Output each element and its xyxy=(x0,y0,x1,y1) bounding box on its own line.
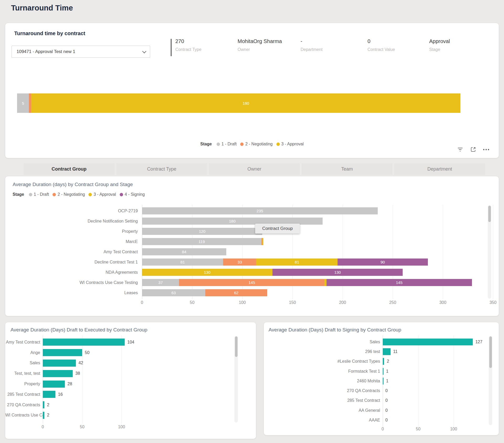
bar-segment-1-draft[interactable]: 119 xyxy=(142,238,261,245)
bar-value-label: 1 xyxy=(386,369,388,374)
stat-label: Department xyxy=(301,47,323,52)
axis-tick-label: 50 xyxy=(190,300,195,305)
bar-track[interactable]: 6362 xyxy=(142,289,267,296)
bar-segment-4-signing[interactable]: 90 xyxy=(338,259,428,266)
bar-value-label: 90 xyxy=(380,260,385,264)
focus-mode-icon[interactable] xyxy=(470,146,476,152)
bar-value-label: 63 xyxy=(171,291,176,295)
bar-segment-1-draft[interactable]: 120 xyxy=(142,228,262,235)
bar-segment-1-draft[interactable]: 63 xyxy=(142,289,205,296)
more-options-icon[interactable] xyxy=(483,149,489,150)
chart-row-property: Property28 xyxy=(5,379,256,389)
page-title: Turnaround Time xyxy=(11,4,73,12)
tab-team[interactable]: Team xyxy=(302,163,392,175)
bar-segment-3-approval[interactable]: 81 xyxy=(256,259,337,266)
bar-segment-2-negotiating[interactable]: 145 xyxy=(179,279,324,286)
bar-value-label: 145 xyxy=(249,280,255,285)
bar-track[interactable]: 119 xyxy=(142,238,263,245)
category-label: Property xyxy=(5,229,142,234)
bar-track[interactable]: 81338190 xyxy=(142,259,428,266)
bar-value-label: 81 xyxy=(295,260,299,264)
bar-segment-3-approval[interactable] xyxy=(262,238,263,245)
bar[interactable] xyxy=(43,360,76,367)
category-label: WI Contracts Use Case Testing xyxy=(5,280,142,285)
bar-track[interactable]: 120 xyxy=(142,228,262,235)
bar-segment-2-negotiating[interactable]: 62 xyxy=(205,289,267,296)
contract-select-dropdown[interactable]: 109471 - Approval Test new 1 xyxy=(12,46,150,58)
bar-segment-3-approval[interactable] xyxy=(324,279,327,286)
bar-segment-2-negotiating[interactable] xyxy=(29,93,31,113)
bar[interactable] xyxy=(383,358,384,365)
chart-row-amy-test-contract: Amy Test Contract104 xyxy=(5,337,256,347)
category-label: Leases xyxy=(5,291,142,295)
legend-label: 1 - Draft xyxy=(222,142,237,146)
scrollbar-thumb[interactable] xyxy=(489,336,492,368)
contract-stacked-bar[interactable]: 5180 xyxy=(17,93,461,113)
chart-row-leases: Leases6362 xyxy=(5,288,499,298)
bar-segment-4-signing[interactable]: 145 xyxy=(327,279,472,286)
bar-value-label: 104 xyxy=(127,340,134,345)
bar[interactable] xyxy=(43,381,65,388)
bar-value-label: 50 xyxy=(85,350,90,355)
bar-value-label: 84 xyxy=(182,250,186,254)
tab-owner[interactable]: Owner xyxy=(209,163,300,175)
chart-row-2460-mohita: 2460 Mohita1 xyxy=(264,376,499,386)
legend-label: 2 - Negotiating xyxy=(57,192,85,197)
turnaround-dashboard: Turnaround Time Turnaround time by contr… xyxy=(0,0,504,443)
stage-legend-mid: Stage 1 - Draft2 - Negotiating3 - Approv… xyxy=(13,192,145,197)
axis-tick-label: 100 xyxy=(118,425,125,429)
bar-segment-1-draft[interactable]: 37 xyxy=(142,279,179,286)
bar-track[interactable]: 235 xyxy=(142,207,378,214)
stat-value: 0 xyxy=(368,38,395,44)
bar[interactable] xyxy=(383,368,384,375)
bar[interactable] xyxy=(383,339,473,345)
bar-segment-1-draft[interactable]: 84 xyxy=(142,248,226,255)
bar-segment-1-draft[interactable]: 81 xyxy=(142,259,223,266)
axis-tick-label: 150 xyxy=(289,300,296,305)
category-label: AA General xyxy=(264,408,383,413)
chart-row-amy-test-contract: Amy Test Contract84 xyxy=(5,247,499,257)
bar[interactable] xyxy=(43,370,73,377)
tab-contract-type[interactable]: Contract Type xyxy=(116,163,207,175)
legend-item-1-draft[interactable]: 1 - Draft xyxy=(29,192,49,197)
category-label: Ange xyxy=(5,350,43,355)
legend-item-2-negotiating[interactable]: 2 - Negotiating xyxy=(52,192,85,197)
bar-segment-3-approval[interactable]: 180 xyxy=(31,93,460,113)
legend-label: 3 - Approval xyxy=(281,142,304,146)
tab-contract-group[interactable]: Contract Group xyxy=(24,163,114,175)
bar-segment-4-signing[interactable]: 130 xyxy=(272,269,403,276)
chart-row-decline-contract-test-1: Decline Contract Test 181338190 xyxy=(5,257,499,267)
legend-item-2-negotiating[interactable]: 2 - Negotiating xyxy=(240,142,272,146)
bar[interactable] xyxy=(43,391,55,398)
legend-item-4-signing[interactable]: 4 - Signing xyxy=(120,192,145,197)
bar-segment-3-approval[interactable]: 130 xyxy=(142,269,272,276)
bar[interactable] xyxy=(43,349,82,356)
bar-track[interactable]: 37145145 xyxy=(142,279,472,286)
legend-title: Stage xyxy=(13,192,24,197)
bar[interactable] xyxy=(43,339,125,346)
scrollbar-thumb[interactable] xyxy=(488,206,491,222)
category-label: 270 QA Contracts xyxy=(5,403,43,407)
bar-segment-1-draft[interactable]: 235 xyxy=(142,207,378,214)
category-label: Amy Test Contract xyxy=(5,250,142,254)
tab-department[interactable]: Department xyxy=(394,163,485,175)
scrollbar-thumb[interactable] xyxy=(235,336,238,357)
legend-dot xyxy=(29,193,32,196)
bar-value-label: 62 xyxy=(234,291,239,295)
bar-track[interactable]: 130130 xyxy=(142,269,403,276)
axis-tick-label: 350 xyxy=(490,300,497,305)
stat-contract-type: 270Contract Type xyxy=(175,38,201,52)
chart-title: Average Duration (Days) Draft to Execute… xyxy=(10,327,147,333)
bar[interactable] xyxy=(383,348,391,355)
filter-icon[interactable] xyxy=(457,147,463,152)
bar-segment-1-draft[interactable]: 5 xyxy=(17,93,29,113)
bar[interactable] xyxy=(43,401,44,408)
bar[interactable] xyxy=(43,412,44,419)
bar-track[interactable]: 84 xyxy=(142,248,226,255)
legend-item-1-draft[interactable]: 1 - Draft xyxy=(217,142,237,146)
axis-tick-label: 300 xyxy=(439,300,447,305)
legend-item-3-approval[interactable]: 3 - Approval xyxy=(88,192,116,197)
bar-segment-2-negotiating[interactable]: 33 xyxy=(223,259,256,266)
bar[interactable] xyxy=(383,378,384,384)
legend-item-3-approval[interactable]: 3 - Approval xyxy=(276,142,304,146)
